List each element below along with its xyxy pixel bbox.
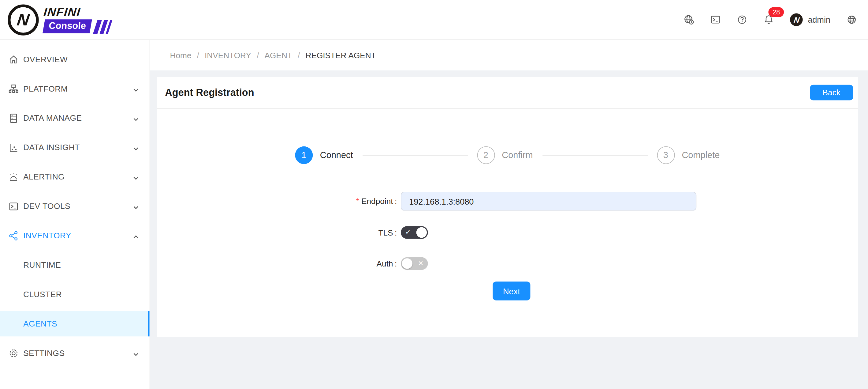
card-header: Agent Registration Back (157, 77, 858, 109)
chevron-down-icon (133, 115, 139, 121)
sidebar-item-runtime[interactable]: RUNTIME (0, 252, 150, 278)
step-title: Confirm (502, 150, 533, 160)
top-header: N INFINI Console (0, 0, 868, 40)
breadcrumb-home[interactable]: Home (170, 51, 191, 60)
notification-badge: 28 (769, 7, 784, 18)
breadcrumb-separator: / (298, 51, 300, 60)
tls-row: TLS: ✓ (157, 226, 858, 239)
breadcrumb: Home / INVENTORY / AGENT / REGISTER AGEN… (150, 40, 868, 71)
tls-label: TLS: (157, 228, 397, 237)
step-complete: 3 Complete (657, 146, 720, 164)
brand-slashes-icon (95, 20, 110, 33)
help-icon[interactable] (737, 15, 747, 25)
step-connect: 1 Connect (295, 146, 353, 164)
next-row: Next (157, 281, 858, 301)
chevron-down-icon (133, 350, 139, 356)
database-icon (8, 113, 19, 123)
sidebar-item-data-insight[interactable]: DATA INSIGHT (0, 135, 150, 160)
endpoint-row: *Endpoint: (157, 192, 858, 211)
endpoint-input[interactable] (401, 192, 696, 211)
language-globe-icon[interactable] (846, 15, 857, 25)
code-icon (8, 201, 19, 211)
avatar: N (790, 13, 803, 26)
console-terminal-icon[interactable] (710, 15, 721, 25)
register-agent-form: *Endpoint: TLS: ✓ (157, 192, 858, 301)
brand-badge-row: Console (44, 20, 110, 34)
sidebar-item-inventory[interactable]: INVENTORY (0, 223, 150, 248)
chevron-down-icon (133, 203, 139, 209)
step-title: Connect (320, 150, 353, 160)
close-icon: ✕ (418, 259, 424, 268)
sidebar-item-label: RUNTIME (23, 260, 139, 269)
home-icon (8, 54, 19, 64)
breadcrumb-current: REGISTER AGENT (305, 51, 376, 60)
sidebar-item-label: DATA MANAGE (23, 114, 133, 122)
share-icon (8, 230, 19, 241)
auth-switch[interactable]: ✕ (401, 257, 428, 270)
auth-label: Auth: (157, 259, 397, 268)
switch-knob (402, 258, 412, 269)
sidebar-item-alerting[interactable]: ALERTING (0, 164, 150, 190)
sidebar-item-label: DEV TOOLS (23, 202, 133, 211)
tls-switch[interactable]: ✓ (401, 226, 428, 239)
user-menu[interactable]: N admin (790, 13, 830, 26)
endpoint-label: *Endpoint: (157, 197, 397, 205)
step-number-circle: 1 (295, 146, 313, 164)
step-connector (362, 155, 467, 156)
step-confirm: 2 Confirm (477, 146, 533, 164)
switch-knob (416, 227, 427, 238)
infini-logo-icon: N (8, 4, 38, 35)
breadcrumb-agent[interactable]: AGENT (265, 51, 292, 60)
gear-icon (8, 348, 19, 358)
next-button[interactable]: Next (493, 281, 530, 301)
sidebar-item-dev-tools[interactable]: DEV TOOLS (0, 193, 150, 219)
sidebar-item-label: SETTINGS (23, 349, 133, 357)
breadcrumb-inventory[interactable]: INVENTORY (205, 51, 251, 60)
step-title: Complete (682, 150, 720, 160)
logo-letter: N (16, 11, 31, 28)
sidebar-item-label: ALERTING (23, 172, 133, 181)
chart-icon (8, 142, 19, 152)
page-title: Agent Registration (165, 87, 254, 98)
sidebar: OVERVIEW PLATFORM (0, 40, 150, 389)
breadcrumb-separator: / (197, 51, 199, 60)
sidebar-item-label: PLATFORM (23, 84, 133, 93)
header-actions: 28 N admin (684, 13, 857, 26)
back-button[interactable]: Back (810, 85, 853, 101)
sidebar-item-label: INVENTORY (23, 231, 133, 240)
cluster-icon (8, 83, 19, 94)
sidebar-item-settings[interactable]: SETTINGS (0, 340, 150, 366)
chevron-up-icon (133, 232, 139, 239)
step-number-circle: 2 (477, 146, 495, 164)
app-root: N INFINI Console (0, 0, 868, 389)
time-globe-icon[interactable] (684, 15, 694, 25)
sidebar-item-overview[interactable]: OVERVIEW (0, 47, 150, 72)
sidebar-item-label: CLUSTER (23, 290, 139, 299)
breadcrumb-separator: / (257, 51, 259, 60)
check-icon: ✓ (405, 228, 411, 237)
sidebar-item-platform[interactable]: PLATFORM (0, 76, 150, 102)
chevron-down-icon (133, 174, 139, 180)
sidebar-item-agents[interactable]: AGENTS (0, 311, 150, 336)
brand-title: INFINI (43, 6, 82, 19)
chevron-down-icon (133, 86, 139, 92)
brand-text: INFINI Console (44, 6, 110, 34)
username: admin (808, 15, 830, 25)
steps: 1 Connect 2 Confirm 3 Complete (157, 146, 858, 164)
sidebar-item-cluster[interactable]: CLUSTER (0, 281, 150, 307)
step-number-circle: 3 (657, 146, 675, 164)
bell-icon[interactable]: 28 (763, 15, 774, 25)
brand-logo[interactable]: N INFINI Console (8, 4, 110, 35)
main-content: Home / INVENTORY / AGENT / REGISTER AGEN… (150, 40, 868, 389)
brand-console-badge: Console (42, 20, 92, 34)
agent-registration-card: Agent Registration Back 1 Connect 2 Conf… (157, 77, 858, 337)
alert-icon (8, 171, 19, 182)
auth-row: Auth: ✕ (157, 257, 858, 270)
sidebar-item-data-manage[interactable]: DATA MANAGE (0, 105, 150, 131)
sidebar-item-label: OVERVIEW (23, 55, 139, 64)
chevron-down-icon (133, 144, 139, 150)
step-connector (542, 155, 647, 156)
required-marker: * (356, 197, 359, 205)
body: OVERVIEW PLATFORM (0, 40, 868, 389)
sidebar-item-label: DATA INSIGHT (23, 143, 133, 152)
